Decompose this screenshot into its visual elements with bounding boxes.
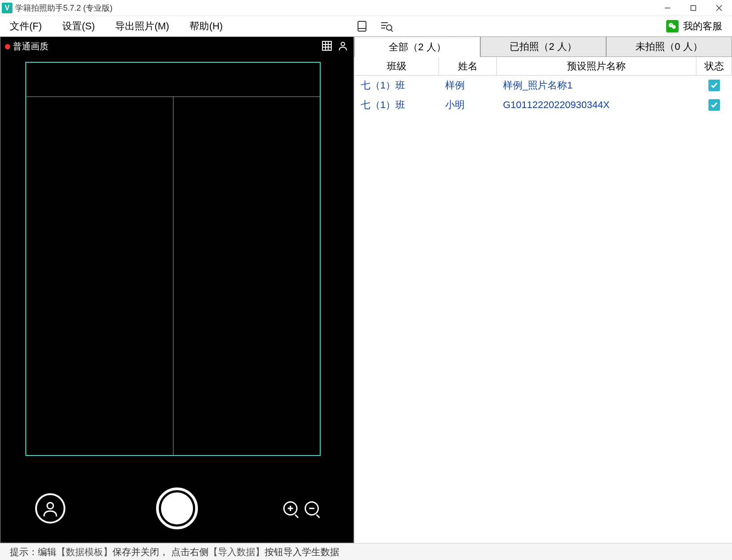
- check-icon: [708, 99, 720, 111]
- svg-line-10: [391, 30, 393, 32]
- menu-file[interactable]: 文件(F): [10, 20, 42, 33]
- menu-bar: 文件(F) 设置(S) 导出照片(M) 帮助(H): [0, 16, 732, 36]
- wechat-icon[interactable]: [666, 20, 679, 32]
- person-icon[interactable]: [337, 40, 349, 52]
- svg-point-23: [47, 503, 53, 509]
- close-button[interactable]: [706, 0, 732, 16]
- svg-rect-1: [691, 5, 696, 10]
- menu-settings[interactable]: 设置(S): [62, 20, 95, 33]
- viewfinder: [25, 62, 321, 456]
- vertical-guide: [173, 97, 173, 455]
- cell-status: [696, 99, 732, 111]
- data-panel: 全部（2 人） 已拍照（2 人） 未拍照（0 人） 班级 姓名 预设照片名称 状…: [354, 36, 732, 543]
- shutter-button[interactable]: [156, 487, 198, 529]
- svg-point-15: [673, 26, 673, 27]
- tab-not-taken[interactable]: 未拍照（0 人）: [606, 36, 732, 57]
- footer-suffix: 按钮导入学生数据: [265, 546, 339, 558]
- main-area: 普通画质: [0, 36, 732, 543]
- svg-point-13: [670, 24, 671, 25]
- camera-panel: 普通画质: [0, 36, 354, 543]
- cell-photo-name: 样例_照片名称1: [497, 79, 696, 92]
- svg-point-22: [341, 42, 345, 46]
- table-body: 七（1）班样例样例_照片名称1七（1）班小明G10112220220930344…: [354, 76, 732, 543]
- shutter-inner: [161, 492, 193, 524]
- record-dot-icon: [5, 44, 10, 49]
- footer-template: 【数据模板】: [56, 546, 113, 558]
- quality-indicator: 普通画质: [5, 40, 48, 52]
- support-link[interactable]: 我的客服: [683, 20, 722, 33]
- title-bar: V 学籍拍照助手5.7.2 (专业版): [0, 0, 732, 16]
- menu-export[interactable]: 导出照片(M): [115, 20, 169, 33]
- status-bar: 提示：编辑 【数据模板】 保存并关闭， 点击右侧 【导入数据】 按钮导入学生数据: [0, 543, 732, 560]
- quality-label: 普通画质: [13, 40, 48, 52]
- search-list-icon[interactable]: [380, 20, 393, 32]
- zoom-in-button[interactable]: [283, 501, 298, 516]
- minimize-button[interactable]: [655, 0, 680, 16]
- cell-status: [696, 80, 732, 91]
- footer-import: 【导入数据】: [209, 546, 265, 558]
- cell-class: 七（1）班: [354, 79, 439, 92]
- col-header-status[interactable]: 状态: [696, 57, 732, 75]
- cell-name: 样例: [439, 79, 497, 92]
- col-header-name[interactable]: 姓名: [439, 57, 497, 75]
- footer-prefix: 提示：编辑: [10, 546, 56, 558]
- svg-rect-4: [358, 21, 366, 31]
- window-title: 学籍拍照助手5.7.2 (专业版): [15, 3, 113, 13]
- svg-point-12: [672, 25, 676, 29]
- col-header-photo[interactable]: 预设照片名称: [497, 57, 696, 75]
- zoom-out-button[interactable]: [305, 501, 319, 516]
- menu-help[interactable]: 帮助(H): [189, 20, 223, 33]
- table-header: 班级 姓名 预设照片名称 状态: [354, 57, 732, 76]
- footer-mid: 保存并关闭， 点击右侧: [113, 546, 209, 558]
- svg-point-9: [386, 25, 392, 30]
- tab-taken[interactable]: 已拍照（2 人）: [480, 36, 606, 57]
- app-icon: V: [2, 3, 12, 13]
- check-icon: [708, 80, 720, 91]
- cell-photo-name: G10112220220930344X: [497, 99, 696, 111]
- col-header-class[interactable]: 班级: [354, 57, 439, 75]
- table-row[interactable]: 七（1）班小明G10112220220930344X: [354, 95, 732, 115]
- profile-button[interactable]: [35, 493, 65, 524]
- cell-class: 七（1）班: [354, 98, 439, 112]
- svg-point-16: [674, 26, 675, 27]
- filter-tabs: 全部（2 人） 已拍照（2 人） 未拍照（0 人）: [354, 36, 732, 57]
- device-icon[interactable]: [356, 20, 368, 32]
- grid-icon[interactable]: [321, 40, 333, 52]
- svg-rect-17: [322, 41, 331, 50]
- cell-name: 小明: [439, 98, 497, 112]
- maximize-button[interactable]: [680, 0, 706, 16]
- table-row[interactable]: 七（1）班样例样例_照片名称1: [354, 76, 732, 95]
- svg-point-14: [672, 24, 672, 25]
- tab-all[interactable]: 全部（2 人）: [354, 36, 480, 57]
